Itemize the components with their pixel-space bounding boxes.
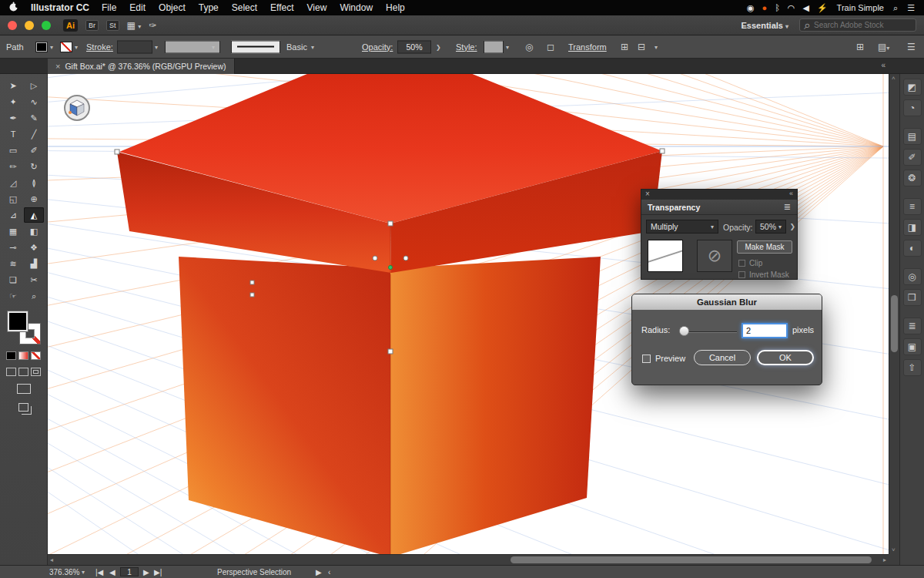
direct-selection-tool[interactable]: ▷ [24,78,44,93]
distribute-objects-icon[interactable]: ⊟ [638,42,645,52]
edit-toolbar-icon[interactable] [18,403,28,412]
workspace-list-icon[interactable]: ▤▾ [878,42,889,52]
none-button[interactable] [31,351,41,360]
menubar-item[interactable]: Effect [270,2,293,13]
bridge-button[interactable]: Br [85,20,99,31]
line-segment-tool[interactable]: ╱ [24,126,44,142]
perspective-grid-tool[interactable]: ⊿ [3,207,23,223]
dialog-titlebar[interactable]: Gaussian Blur [632,294,822,310]
radius-slider-track[interactable] [683,331,737,333]
control-panel-menu-icon[interactable]: ☰ [907,42,916,52]
scroll-down-icon[interactable]: ˅ [892,546,896,553]
align-objects-icon[interactable]: ⊞ [621,42,628,52]
appearance-panel-icon[interactable]: ◎ [903,268,922,285]
menubar-item[interactable]: Edit [129,2,146,13]
horizontal-scroll-thumb[interactable] [511,556,872,563]
zoom-level[interactable]: 376.36% [49,568,79,576]
horizontal-scrollbar[interactable]: ◂ ▸ [48,554,889,565]
width-tool[interactable]: ≬ [24,175,44,190]
status-next-icon[interactable]: ▶ [316,568,322,576]
window-zoom-button[interactable] [42,21,51,30]
panel-menu-icon[interactable]: ≣ [784,202,791,212]
fill-swatch[interactable] [8,311,28,331]
first-artboard-button[interactable]: |◀ [95,568,103,576]
layers-panel-icon[interactable]: ≣ [903,318,922,334]
window-minimize-button[interactable] [25,21,34,30]
column-graph-tool[interactable]: ▟ [24,256,44,271]
style-chevron-icon[interactable]: ▾ [506,43,509,50]
panel-expand-icon[interactable]: ❯ [789,223,795,230]
scroll-up-icon[interactable]: ˄ [892,75,896,82]
invert-mask-checkbox[interactable] [738,271,745,278]
gradient-button[interactable] [18,351,28,360]
stock-search-input[interactable] [814,21,916,29]
mask-thumbnail[interactable]: ⊘ [697,240,732,272]
zoom-chevron-icon[interactable]: ▾ [82,569,85,576]
next-artboard-button[interactable]: ▶ [143,568,149,576]
menubar-item[interactable]: Window [340,2,373,13]
style-panel-link[interactable]: Style: [456,42,477,52]
artboard-number-field[interactable]: 1 [120,567,139,576]
radius-slider-knob[interactable] [679,326,689,336]
notification-center-icon[interactable]: ☰ [907,3,915,13]
panel-collapse-icon[interactable]: « [789,190,793,197]
stroke-color-swatch[interactable] [60,42,72,52]
object-thumbnail[interactable] [648,240,683,272]
clip-checkbox[interactable] [738,260,745,267]
shape-builder-tool[interactable]: ⊕ [24,191,44,207]
workspace-switcher[interactable]: Essentials ▾ [742,21,789,30]
arrange-windows-icon[interactable]: ⊞ [856,42,864,52]
opacity-expand-icon[interactable]: ❯ [436,43,441,50]
align-chevron-icon[interactable]: ▾ [654,43,658,50]
bluetooth-icon[interactable]: ᛒ [775,3,780,13]
rotate-tool[interactable]: ↻ [24,159,44,174]
transform-panel-link[interactable]: Transform [568,42,607,52]
perspective-selection-tool[interactable]: ◭ [24,207,44,223]
blend-mode-select[interactable]: Multiply ▾ [646,220,718,234]
stroke-panel-icon[interactable]: ≡ [903,198,922,215]
apple-menu[interactable] [9,2,18,14]
magic-wand-tool[interactable]: ✦ [3,94,23,109]
color-panel-icon[interactable]: ◩ [903,79,922,96]
brush-name-label[interactable]: Basic [286,42,307,52]
artboard-tool[interactable]: ❏ [3,272,23,287]
mesh-tool[interactable]: ▦ [3,223,23,239]
artboards-panel-icon[interactable]: ▣ [903,338,922,355]
asset-export-panel-icon[interactable]: ⇧ [903,359,922,376]
preview-checkbox[interactable] [642,355,651,363]
gradient-tool[interactable]: ◧ [24,223,44,239]
stroke-panel-link[interactable]: Stroke: [86,42,113,52]
fill-stroke-widget[interactable] [8,311,40,344]
transparency-panel-tab[interactable]: Transparency ≣ [641,200,797,215]
swatches-panel-icon[interactable]: ▤ [903,128,922,145]
graphic-styles-panel-icon[interactable]: ❒ [903,289,922,306]
slice-tool[interactable]: ✂ [24,272,44,287]
do-not-disturb-icon[interactable]: ● [762,3,768,13]
screen-mode-button[interactable] [17,384,31,394]
scroll-right-icon[interactable]: ▸ [883,556,886,563]
opacity-field[interactable]: 50% [397,40,431,53]
spotlight-search-icon[interactable]: ⌕ [893,3,898,13]
brush-chevron-icon[interactable]: ▾ [311,43,314,50]
radius-input[interactable] [742,323,788,338]
paintbrush-tool[interactable]: ✐ [24,143,44,158]
tab-close-icon[interactable]: × [55,62,60,71]
draw-behind-button[interactable] [18,368,28,376]
panel-opacity-field[interactable]: 50% ▾ [755,220,786,234]
menubar-item[interactable]: Object [159,2,186,13]
status-back-icon[interactable]: ‹ [328,568,330,576]
symbol-sprayer-tool[interactable]: ≋ [3,256,23,271]
menubar-item[interactable]: View [307,2,327,13]
arrange-documents-icon[interactable]: ▦ ▾ [127,20,142,31]
menubar-item[interactable]: Type [199,2,219,13]
pencil-tool[interactable]: ✏ [3,159,23,174]
draw-normal-button[interactable] [6,368,16,376]
gift-box[interactable] [117,74,662,554]
make-mask-button[interactable]: Make Mask [737,240,792,254]
type-tool[interactable]: T [3,126,23,142]
creative-cloud-icon[interactable]: ◉ [747,3,755,13]
recolor-artwork-icon[interactable]: ◎ [525,42,533,52]
color-guide-panel-icon[interactable]: ◔ [903,99,922,116]
zoom-tool[interactable]: ⌕ [24,288,44,304]
cancel-button[interactable]: Cancel [694,350,751,365]
